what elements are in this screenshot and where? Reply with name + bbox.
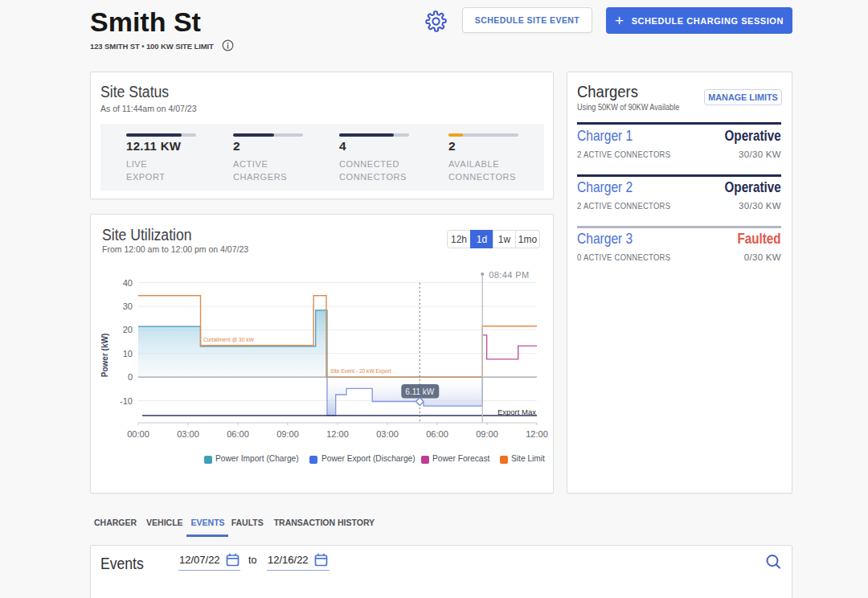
svg-text:08:44 PM: 08:44 PM bbox=[489, 270, 529, 280]
svg-text:-10: -10 bbox=[120, 396, 133, 406]
svg-text:Power (kW): Power (kW) bbox=[100, 334, 109, 377]
svg-text:00:00: 00:00 bbox=[127, 429, 149, 439]
svg-text:09:00: 09:00 bbox=[276, 429, 299, 439]
svg-text:0: 0 bbox=[128, 372, 133, 382]
svg-text:Curtailment @ 30 kW: Curtailment @ 30 kW bbox=[203, 337, 255, 342]
svg-text:40: 40 bbox=[123, 278, 133, 288]
svg-text:09:00: 09:00 bbox=[476, 429, 498, 439]
svg-text:06:00: 06:00 bbox=[227, 429, 249, 439]
svg-text:20: 20 bbox=[123, 325, 133, 334]
svg-text:30: 30 bbox=[123, 301, 133, 311]
svg-text:03:00: 03:00 bbox=[177, 429, 199, 439]
svg-text:10: 10 bbox=[123, 349, 133, 358]
svg-text:12:00: 12:00 bbox=[526, 429, 548, 439]
svg-text:Export Max: Export Max bbox=[497, 408, 536, 416]
svg-text:Site Event - 20 kW Export: Site Event - 20 kW Export bbox=[330, 368, 391, 375]
svg-text:03:00: 03:00 bbox=[376, 429, 399, 439]
svg-text:06:00: 06:00 bbox=[426, 429, 448, 439]
svg-text:12:00: 12:00 bbox=[326, 429, 349, 439]
svg-text:6.11 kW: 6.11 kW bbox=[405, 387, 434, 396]
